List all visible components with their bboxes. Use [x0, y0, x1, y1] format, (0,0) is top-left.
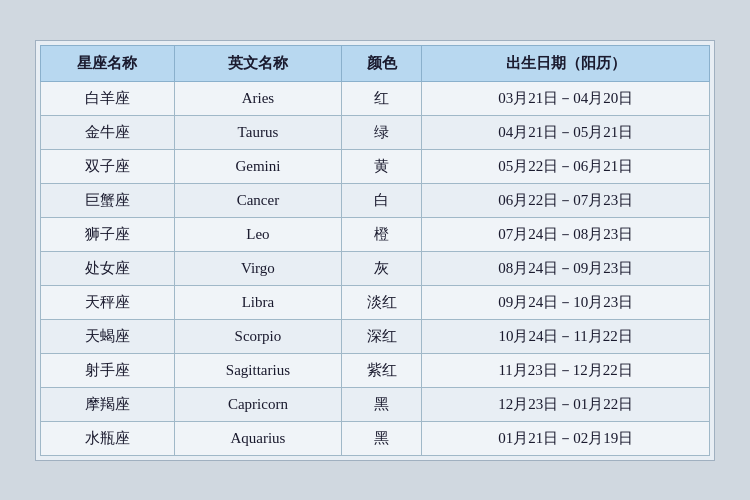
cell-color: 红: [342, 81, 422, 115]
cell-english: Aries: [174, 81, 341, 115]
cell-date: 11月23日－12月22日: [422, 353, 710, 387]
table-row: 水瓶座Aquarius黑01月21日－02月19日: [41, 421, 710, 455]
table-row: 处女座Virgo灰08月24日－09月23日: [41, 251, 710, 285]
cell-chinese: 狮子座: [41, 217, 175, 251]
table-row: 摩羯座Capricorn黑12月23日－01月22日: [41, 387, 710, 421]
zodiac-table-container: 星座名称 英文名称 颜色 出生日期（阳历） 白羊座Aries红03月21日－04…: [35, 40, 715, 461]
cell-english: Libra: [174, 285, 341, 319]
table-row: 狮子座Leo橙07月24日－08月23日: [41, 217, 710, 251]
cell-chinese: 巨蟹座: [41, 183, 175, 217]
cell-chinese: 处女座: [41, 251, 175, 285]
table-header-row: 星座名称 英文名称 颜色 出生日期（阳历）: [41, 45, 710, 81]
table-row: 天秤座Libra淡红09月24日－10月23日: [41, 285, 710, 319]
header-english: 英文名称: [174, 45, 341, 81]
cell-english: Taurus: [174, 115, 341, 149]
cell-color: 淡红: [342, 285, 422, 319]
cell-color: 黑: [342, 421, 422, 455]
table-row: 巨蟹座Cancer白06月22日－07月23日: [41, 183, 710, 217]
cell-date: 10月24日－11月22日: [422, 319, 710, 353]
cell-color: 深红: [342, 319, 422, 353]
cell-english: Virgo: [174, 251, 341, 285]
cell-color: 绿: [342, 115, 422, 149]
cell-chinese: 摩羯座: [41, 387, 175, 421]
header-color: 颜色: [342, 45, 422, 81]
cell-date: 03月21日－04月20日: [422, 81, 710, 115]
cell-date: 04月21日－05月21日: [422, 115, 710, 149]
cell-date: 07月24日－08月23日: [422, 217, 710, 251]
zodiac-table: 星座名称 英文名称 颜色 出生日期（阳历） 白羊座Aries红03月21日－04…: [40, 45, 710, 456]
table-row: 金牛座Taurus绿04月21日－05月21日: [41, 115, 710, 149]
table-row: 白羊座Aries红03月21日－04月20日: [41, 81, 710, 115]
cell-chinese: 天蝎座: [41, 319, 175, 353]
cell-chinese: 天秤座: [41, 285, 175, 319]
cell-chinese: 白羊座: [41, 81, 175, 115]
cell-english: Leo: [174, 217, 341, 251]
cell-color: 黄: [342, 149, 422, 183]
cell-english: Scorpio: [174, 319, 341, 353]
table-row: 射手座Sagittarius紫红11月23日－12月22日: [41, 353, 710, 387]
cell-english: Sagittarius: [174, 353, 341, 387]
cell-color: 紫红: [342, 353, 422, 387]
cell-chinese: 双子座: [41, 149, 175, 183]
table-row: 双子座Gemini黄05月22日－06月21日: [41, 149, 710, 183]
cell-date: 08月24日－09月23日: [422, 251, 710, 285]
cell-color: 白: [342, 183, 422, 217]
cell-chinese: 射手座: [41, 353, 175, 387]
header-chinese: 星座名称: [41, 45, 175, 81]
cell-chinese: 金牛座: [41, 115, 175, 149]
cell-date: 06月22日－07月23日: [422, 183, 710, 217]
cell-date: 12月23日－01月22日: [422, 387, 710, 421]
cell-date: 01月21日－02月19日: [422, 421, 710, 455]
cell-color: 橙: [342, 217, 422, 251]
cell-chinese: 水瓶座: [41, 421, 175, 455]
cell-date: 05月22日－06月21日: [422, 149, 710, 183]
cell-date: 09月24日－10月23日: [422, 285, 710, 319]
cell-color: 灰: [342, 251, 422, 285]
cell-color: 黑: [342, 387, 422, 421]
cell-english: Aquarius: [174, 421, 341, 455]
header-date: 出生日期（阳历）: [422, 45, 710, 81]
cell-english: Capricorn: [174, 387, 341, 421]
cell-english: Gemini: [174, 149, 341, 183]
cell-english: Cancer: [174, 183, 341, 217]
table-row: 天蝎座Scorpio深红10月24日－11月22日: [41, 319, 710, 353]
